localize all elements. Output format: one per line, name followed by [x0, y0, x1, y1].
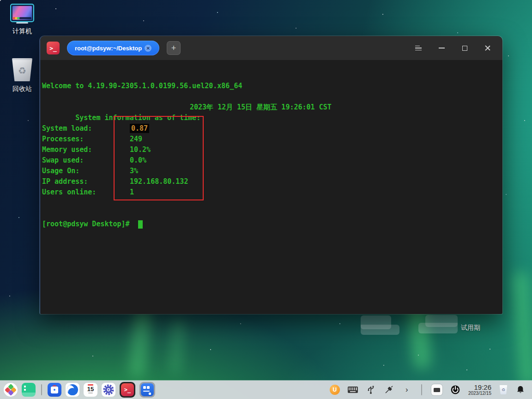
sysinfo-row: Swap used:0.0%: [42, 155, 502, 166]
text-editor-taskbar-icon[interactable]: [139, 382, 155, 398]
sysinfo-date: 2023年 12月 15日 星期五 19:26:01 CST: [190, 102, 332, 113]
calendar-day: 15: [87, 386, 94, 393]
connector-tray-icon[interactable]: [384, 385, 394, 395]
minimize-button[interactable]: [437, 43, 446, 53]
clock-date: 2023/12/15: [468, 391, 491, 396]
terminal-app-icon: >_: [47, 42, 60, 54]
maximize-icon: [462, 46, 467, 51]
notification-tray-icon[interactable]: [515, 385, 526, 395]
sysinfo-row: Memory used:10.2%: [42, 145, 502, 155]
connector-icon: [384, 385, 393, 394]
aurora-streak: [170, 318, 184, 374]
terminal-output[interactable]: Welcome to 4.19.90-2305.1.0.0199.56.uel2…: [40, 60, 502, 314]
new-tab-button[interactable]: +: [167, 41, 181, 55]
clock-time: 19:26: [468, 384, 491, 391]
shutdown-tray-icon[interactable]: [450, 385, 460, 395]
aurora-streak: [512, 271, 532, 387]
update-tray-icon[interactable]: U: [330, 385, 340, 395]
highlighted-value: 0.87: [130, 124, 149, 133]
bell-icon: [516, 385, 525, 394]
desktop-icon-label: 计算机: [12, 27, 32, 36]
calendar-icon[interactable]: 15: [84, 383, 97, 397]
computer-icon: [10, 4, 34, 24]
keyboard-tray-icon[interactable]: [348, 385, 358, 395]
mini-keyboard-icon: [434, 388, 440, 392]
tray-separator: [421, 384, 422, 395]
sysinfo-row: Processes:249: [42, 134, 502, 145]
sysinfo-row: Users online:1: [42, 187, 502, 198]
terminal-sysinfo-line: System information as of time: 2023年 12月…: [42, 102, 502, 113]
watermark-shape: [361, 325, 399, 335]
desktop-icon-recycle-bin[interactable]: ♻ 回收站: [0, 58, 44, 93]
sysinfo-row: IP address:192.168.80.132: [42, 176, 502, 187]
desktop-icon-label: 回收站: [12, 85, 32, 93]
terminal-taskbar-icon[interactable]: >_: [120, 382, 135, 398]
text-editor-icon: [141, 383, 154, 396]
terminal-icon: >_: [121, 383, 134, 396]
usb-icon: [367, 385, 375, 394]
trial-period-watermark: 试用期: [461, 324, 480, 332]
taskbar: 15 >_ U: [0, 381, 532, 399]
terminal-tab[interactable]: root@pdsyw:~/Desktop ✕: [67, 41, 159, 55]
taskbar-separator: [41, 384, 42, 395]
tab-close-icon[interactable]: ✕: [145, 45, 151, 52]
terminal-titlebar[interactable]: >_ root@pdsyw:~/Desktop ✕ +: [40, 36, 502, 60]
terminal-prompt-line[interactable]: [root@pdsyw Desktop]#: [42, 219, 502, 230]
minimize-icon: [439, 48, 445, 48]
terminal-window: >_ root@pdsyw:~/Desktop ✕ + Welcome to 4…: [40, 36, 502, 314]
usb-tray-icon[interactable]: [366, 385, 376, 395]
watermark-shape: [418, 323, 458, 333]
recycle-tray-icon[interactable]: ♻: [499, 385, 508, 394]
terminal-welcome-line: Welcome to 4.19.90-2305.1.0.0199.56.uel2…: [42, 81, 502, 91]
sysinfo-row: Usage On:3%: [42, 166, 502, 176]
desktop-icon-computer[interactable]: 计算机: [0, 4, 44, 36]
prompt-text: [root@pdsyw Desktop]#: [42, 219, 134, 230]
power-icon: [450, 385, 460, 395]
app-store-icon[interactable]: [48, 383, 61, 397]
desktop-background: 计算机 ♻ 回收站 试用期 >_ root@pdsyw:~/Desktop ✕ …: [0, 0, 532, 399]
aurora-streak: [128, 308, 151, 379]
onboard-keyboard-tray-icon[interactable]: [431, 384, 442, 395]
window-menu-button[interactable]: [414, 43, 423, 53]
terminal-cursor: [138, 220, 143, 229]
control-center-icon[interactable]: [102, 383, 115, 397]
keyboard-icon: [348, 387, 358, 393]
terminal-tab-title: root@pdsyw:~/Desktop: [75, 45, 142, 52]
close-button[interactable]: [483, 43, 492, 53]
maximize-button[interactable]: [460, 43, 469, 53]
launcher-icon[interactable]: [4, 383, 18, 397]
file-manager-icon[interactable]: [22, 383, 36, 397]
stars: [0, 0, 1, 1]
gear-icon: [103, 384, 115, 396]
recycle-bin-icon: ♻: [12, 58, 33, 81]
tray-expand-chevron[interactable]: ›: [402, 385, 412, 395]
sysinfo-row: System load:0.87: [42, 123, 502, 134]
menu-icon: [415, 46, 422, 51]
sysinfo-label: System information as of time:: [75, 114, 200, 122]
browser-icon[interactable]: [66, 383, 79, 397]
close-icon: [484, 45, 491, 51]
taskbar-clock[interactable]: 19:26 2023/12/15: [468, 384, 491, 396]
